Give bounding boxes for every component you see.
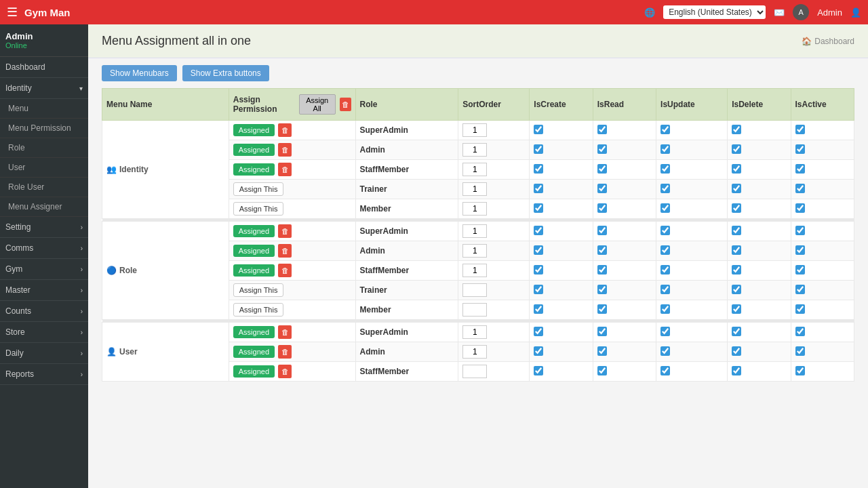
assigned-button[interactable]: Assigned xyxy=(233,124,275,136)
sort-order-input[interactable] xyxy=(462,303,487,317)
remove-assignment-button[interactable]: 🗑 xyxy=(278,264,292,277)
sidebar-item-gym[interactable]: Gym › xyxy=(0,259,88,280)
sort-order-input[interactable] xyxy=(462,182,487,196)
isdelete-checkbox[interactable] xyxy=(732,144,741,154)
iscreate-checkbox[interactable] xyxy=(534,125,543,134)
isupdate-checkbox[interactable] xyxy=(660,327,670,336)
isupdate-checkbox[interactable] xyxy=(660,304,670,314)
isread-checkbox[interactable] xyxy=(597,346,607,356)
remove-assignment-button[interactable]: 🗑 xyxy=(278,365,292,378)
sort-order-input[interactable] xyxy=(462,123,487,137)
isupdate-checkbox[interactable] xyxy=(660,125,670,134)
assigned-button[interactable]: Assigned xyxy=(233,346,275,358)
sort-order-input[interactable] xyxy=(462,163,487,176)
sort-order-input[interactable] xyxy=(462,365,487,378)
assigned-button[interactable]: Assigned xyxy=(233,245,275,257)
iscreate-checkbox[interactable] xyxy=(534,184,543,193)
isactive-checkbox[interactable] xyxy=(795,327,805,336)
isupdate-checkbox[interactable] xyxy=(660,346,670,356)
assigned-button[interactable]: Assigned xyxy=(233,144,275,156)
isdelete-checkbox[interactable] xyxy=(732,285,741,294)
isread-checkbox[interactable] xyxy=(597,203,607,213)
sort-order-input[interactable] xyxy=(462,264,487,277)
show-menubars-button[interactable]: Show Menubars xyxy=(102,65,177,81)
isdelete-checkbox[interactable] xyxy=(732,184,741,193)
isactive-checkbox[interactable] xyxy=(795,265,805,274)
isdelete-checkbox[interactable] xyxy=(732,226,741,235)
hamburger-icon[interactable]: ☰ xyxy=(7,5,18,20)
iscreate-checkbox[interactable] xyxy=(534,327,543,336)
sidebar-item-reports[interactable]: Reports › xyxy=(0,364,88,385)
isactive-checkbox[interactable] xyxy=(795,285,805,294)
iscreate-checkbox[interactable] xyxy=(534,203,543,213)
isread-checkbox[interactable] xyxy=(597,164,607,174)
assigned-button[interactable]: Assigned xyxy=(233,365,275,378)
isactive-checkbox[interactable] xyxy=(795,125,805,134)
sidebar-item-menu[interactable]: Menu xyxy=(0,99,88,119)
remove-assignment-button[interactable]: 🗑 xyxy=(278,163,292,176)
isread-checkbox[interactable] xyxy=(597,265,607,274)
sort-order-input[interactable] xyxy=(462,202,487,216)
isactive-checkbox[interactable] xyxy=(795,203,805,213)
assigned-button[interactable]: Assigned xyxy=(233,163,275,176)
assign-all-button[interactable]: Assign All xyxy=(299,94,336,115)
assigned-button[interactable]: Assigned xyxy=(233,225,275,237)
sidebar-item-store[interactable]: Store › xyxy=(0,322,88,343)
isread-checkbox[interactable] xyxy=(597,327,607,336)
sidebar-item-setting[interactable]: Setting › xyxy=(0,217,88,238)
isread-checkbox[interactable] xyxy=(597,285,607,294)
iscreate-checkbox[interactable] xyxy=(534,285,543,294)
isdelete-checkbox[interactable] xyxy=(732,366,741,375)
remove-assignment-button[interactable]: 🗑 xyxy=(278,244,292,258)
sidebar-item-menu-assigner[interactable]: Menu Assigner xyxy=(0,197,88,217)
isdelete-checkbox[interactable] xyxy=(732,327,741,336)
sort-order-input[interactable] xyxy=(462,283,487,297)
assign-this-button[interactable]: Assign This xyxy=(233,303,284,317)
isactive-checkbox[interactable] xyxy=(795,144,805,154)
isupdate-checkbox[interactable] xyxy=(660,285,670,294)
sidebar-item-identity[interactable]: Identity ▾ xyxy=(0,78,88,99)
assigned-button[interactable]: Assigned xyxy=(233,264,275,277)
sort-order-input[interactable] xyxy=(462,143,487,157)
isread-checkbox[interactable] xyxy=(597,366,607,375)
isread-checkbox[interactable] xyxy=(597,144,607,154)
language-select[interactable]: English (United States) xyxy=(663,5,766,19)
isactive-checkbox[interactable] xyxy=(795,164,805,174)
isupdate-checkbox[interactable] xyxy=(660,245,670,255)
sidebar-item-comms[interactable]: Comms › xyxy=(0,238,88,259)
isupdate-checkbox[interactable] xyxy=(660,164,670,174)
assigned-button[interactable]: Assigned xyxy=(233,326,275,338)
iscreate-checkbox[interactable] xyxy=(534,226,543,235)
user-settings-icon[interactable]: 👤 xyxy=(850,7,861,18)
sidebar-item-counts[interactable]: Counts › xyxy=(0,301,88,322)
isdelete-checkbox[interactable] xyxy=(732,245,741,255)
iscreate-checkbox[interactable] xyxy=(534,144,543,154)
isactive-checkbox[interactable] xyxy=(795,245,805,255)
isupdate-checkbox[interactable] xyxy=(660,366,670,375)
remove-assignment-button[interactable]: 🗑 xyxy=(278,143,292,157)
iscreate-checkbox[interactable] xyxy=(534,366,543,375)
remove-assignment-button[interactable]: 🗑 xyxy=(278,224,292,238)
sidebar-item-dashboard[interactable]: Dashboard xyxy=(0,57,88,78)
iscreate-checkbox[interactable] xyxy=(534,245,543,255)
sort-order-input[interactable] xyxy=(462,345,487,359)
mail-icon[interactable]: ✉️ xyxy=(774,7,785,18)
isupdate-checkbox[interactable] xyxy=(660,226,670,235)
sidebar-item-role-user[interactable]: Role User xyxy=(0,178,88,197)
isdelete-checkbox[interactable] xyxy=(732,203,741,213)
remove-assignment-button[interactable]: 🗑 xyxy=(278,123,292,137)
assign-this-button[interactable]: Assign This xyxy=(233,283,284,297)
remove-assignment-button[interactable]: 🗑 xyxy=(278,325,292,339)
isdelete-checkbox[interactable] xyxy=(732,304,741,314)
isupdate-checkbox[interactable] xyxy=(660,203,670,213)
isactive-checkbox[interactable] xyxy=(795,184,805,193)
isread-checkbox[interactable] xyxy=(597,125,607,134)
isread-checkbox[interactable] xyxy=(597,184,607,193)
sidebar-item-user[interactable]: User xyxy=(0,158,88,178)
sidebar-item-master[interactable]: Master › xyxy=(0,280,88,301)
isactive-checkbox[interactable] xyxy=(795,304,805,314)
isactive-checkbox[interactable] xyxy=(795,346,805,356)
remove-assignment-button[interactable]: 🗑 xyxy=(278,345,292,359)
isupdate-checkbox[interactable] xyxy=(660,184,670,193)
isactive-checkbox[interactable] xyxy=(795,366,805,375)
